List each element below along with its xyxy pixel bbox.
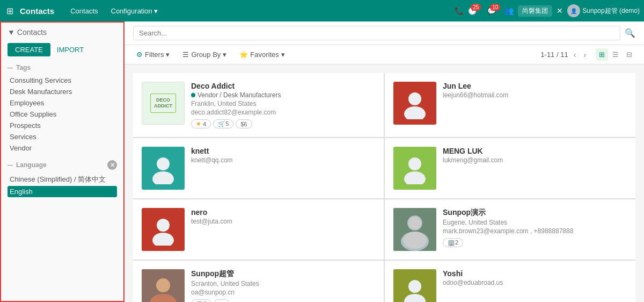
contacts-grid: DECOADDICT Deco Addict Vendor / Desk Man…	[133, 73, 635, 302]
lang-chinese[interactable]: Chinese (Simplified) / 简体中文	[8, 173, 117, 186]
tag-consulting-services[interactable]: Consulting Services	[8, 75, 117, 86]
groupby-button[interactable]: ☰ Group By ▾	[179, 49, 230, 60]
contact-card-nero[interactable]: nero test@juta.com	[133, 199, 384, 260]
status-dot	[191, 93, 195, 97]
pagination: 1-11 / 11 ‹ › ⊞ ☰ ⊟	[540, 48, 635, 61]
import-button[interactable]: IMPORT	[55, 43, 86, 56]
contact-card-knett[interactable]: knett knett@qq.com	[133, 138, 384, 198]
contact-name: Yoshi	[443, 269, 627, 278]
filters-button[interactable]: ⚙ Filters ▾	[133, 49, 173, 60]
prev-page[interactable]: ‹	[572, 49, 579, 60]
contact-card-jun-lee[interactable]: Jun Lee leejun66@hotmail.com	[385, 73, 635, 137]
tag-services[interactable]: Services	[8, 131, 117, 142]
svg-point-5	[404, 171, 426, 184]
language-section: Language ✕ Chinese (Simplified) / 简体中文 E…	[1, 157, 123, 200]
contact-name: Sunpop演示	[443, 208, 627, 218]
nav-configuration[interactable]: Configuration ▾	[106, 5, 164, 17]
next-page[interactable]: ›	[581, 49, 588, 60]
svg-point-6	[157, 219, 170, 232]
contact-avatar	[393, 82, 436, 125]
contact-email: test@juta.com	[191, 218, 375, 225]
svg-point-17	[404, 294, 426, 302]
tag-employees[interactable]: Employees	[8, 97, 117, 109]
contact-email: odoo@eduabroad.us	[443, 279, 627, 286]
contact-info: Jun Lee leejun66@hotmail.com	[443, 82, 627, 102]
list-view-btn[interactable]: ☰	[609, 48, 622, 61]
contact-name: nero	[191, 208, 375, 217]
create-button[interactable]: CREATE	[8, 43, 50, 56]
sidebar-contacts-title[interactable]: ▼ Contacts	[8, 28, 117, 37]
search-input[interactable]	[133, 26, 620, 40]
close-icon[interactable]: ✕	[557, 6, 563, 15]
contact-location: Eugene, United States	[443, 219, 627, 226]
view-toggles: ⊞ ☰ ⊟	[596, 48, 635, 61]
svg-point-0	[408, 92, 421, 105]
clock-badge[interactable]: 🕐 25	[468, 7, 477, 15]
contact-name: Sunpop超管	[191, 269, 375, 279]
contact-badges: 🏢6 $1	[191, 299, 375, 302]
user-menu[interactable]: 👤 Sunpop超管 (demo)	[567, 4, 640, 17]
contact-card-deco-addict[interactable]: DECOADDICT Deco Addict Vendor / Desk Man…	[133, 73, 384, 137]
contact-subtitle: Vendor / Desk Manufacturers	[191, 91, 375, 99]
badge-cart: 🛒5	[213, 119, 233, 128]
contact-info: Sunpop演示 Eugene, United States mark.brow…	[443, 208, 627, 247]
users-icon[interactable]: 👥	[504, 6, 514, 15]
contacts-grid-area: DECOADDICT Deco Addict Vendor / Desk Man…	[125, 64, 644, 302]
main-layout: ▼ Contacts CREATE IMPORT Tags Consulting…	[0, 21, 644, 302]
chat-badge[interactable]: 💬 10	[487, 7, 496, 15]
filters-bar: ⚙ Filters ▾ ☰ Group By ▾ ⭐ Favorites ▾ 1…	[125, 45, 644, 64]
kanban-view-btn[interactable]: ⊞	[596, 48, 608, 61]
sidebar-actions: CREATE IMPORT	[1, 39, 123, 61]
close-language-filter[interactable]: ✕	[107, 160, 117, 170]
grid-view-btn[interactable]: ⊟	[623, 48, 635, 61]
contact-email: mark.brown23@example.com , +8988887888	[443, 227, 627, 235]
contact-avatar	[393, 208, 436, 251]
lang-english[interactable]: English	[8, 186, 117, 197]
contact-info: MENG LUK lukmeng@gmail.com	[443, 147, 627, 167]
svg-point-12	[403, 232, 427, 249]
contact-avatar	[142, 147, 185, 190]
contact-badges: 🏢2	[443, 238, 627, 247]
contact-name: MENG LUK	[443, 147, 627, 155]
tag-prospects[interactable]: Prospects	[8, 120, 117, 131]
navbar: ⊞ Contacts Contacts Configuration ▾ 📞 🕐 …	[0, 0, 644, 21]
contact-info: Yoshi odoo@eduabroad.us	[443, 269, 627, 290]
svg-point-3	[152, 171, 174, 184]
badge-star: ★4	[191, 119, 211, 128]
tag-desk-manufacturers[interactable]: Desk Manufacturers	[8, 86, 117, 97]
tag-office-supplies[interactable]: Office Supplies	[8, 109, 117, 120]
user-avatar: 👤	[567, 4, 580, 17]
favorites-button[interactable]: ⭐ Favorites ▾	[236, 49, 288, 60]
nav-contacts[interactable]: Contacts	[65, 5, 103, 17]
contact-avatar	[142, 269, 185, 302]
star-icon: ⭐	[239, 51, 248, 59]
tags-section: Tags Consulting Services Desk Manufactur…	[1, 61, 123, 157]
search-icon[interactable]: 🔍	[625, 28, 635, 38]
sidebar: ▼ Contacts CREATE IMPORT Tags Consulting…	[0, 21, 125, 302]
contact-location: Franklin, United States	[191, 100, 375, 107]
nav-menu: Contacts Configuration ▾	[65, 5, 450, 17]
contact-card-sunpop-admin[interactable]: Sunpop超管 Scranton, United States oa@sunp…	[133, 261, 384, 302]
contact-card-meng-luk[interactable]: MENG LUK lukmeng@gmail.com	[385, 138, 635, 198]
badge-dollar: $1	[214, 299, 230, 302]
contact-info: nero test@juta.com	[191, 208, 375, 228]
contact-email: leejun66@hotmail.com	[443, 91, 627, 99]
phone-icon[interactable]: 📞	[455, 6, 464, 15]
contact-email: lukmeng@gmail.com	[443, 156, 627, 164]
company-selector[interactable]: 尚磐集团	[518, 5, 552, 17]
contact-email: oa@sunpop.cn	[191, 289, 375, 296]
contact-card-yoshi[interactable]: Yoshi odoo@eduabroad.us	[385, 261, 635, 302]
contact-badges: ★4 🛒5 $6	[191, 119, 375, 128]
tag-vendor[interactable]: Vendor	[8, 142, 117, 154]
contact-card-sunpop-demo[interactable]: Sunpop演示 Eugene, United States mark.brow…	[385, 199, 635, 260]
svg-point-2	[157, 157, 170, 170]
grid-menu-icon[interactable]: ⊞	[4, 4, 16, 18]
contact-info: Deco Addict Vendor / Desk Manufacturers …	[191, 82, 375, 128]
contact-avatar	[142, 208, 185, 251]
contact-name: Deco Addict	[191, 82, 375, 90]
contact-info: Sunpop超管 Scranton, United States oa@sunp…	[191, 269, 375, 302]
svg-point-11	[408, 217, 421, 229]
search-toolbar: 🔍	[125, 21, 644, 45]
contact-location: Scranton, United States	[191, 280, 375, 287]
contact-name: Jun Lee	[443, 82, 627, 90]
